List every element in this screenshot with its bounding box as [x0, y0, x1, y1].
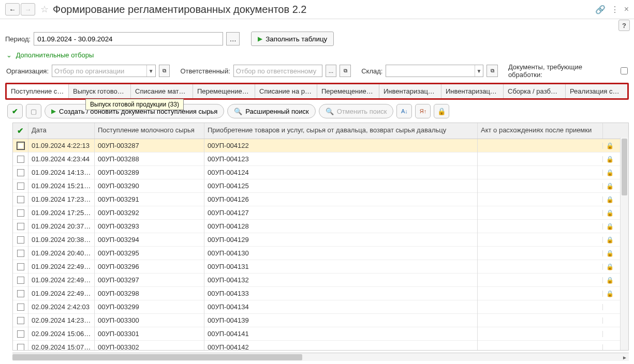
favorite-icon[interactable]: ☆	[40, 4, 49, 15]
cell-lock: 🔒	[603, 139, 616, 153]
table-row[interactable]: 01.09.2024 17:25:0300УП-00329200УП-00412…	[13, 206, 628, 220]
period-picker-button[interactable]: …	[226, 32, 240, 46]
cell-doc3	[478, 196, 603, 203]
cell-doc3	[478, 170, 603, 176]
table-row[interactable]: 01.09.2024 4:22:1300УП-00328700УП-004122…	[13, 139, 628, 153]
table-row[interactable]: 01.09.2024 22:49:2200УП-00329600УП-00413…	[13, 260, 628, 274]
lock-button[interactable]: 🔒	[434, 104, 449, 118]
row-checkbox[interactable]	[13, 287, 28, 300]
table-row[interactable]: 01.09.2024 22:49:2300УП-00329700УП-00413…	[13, 274, 628, 287]
lock-icon: 🔒	[606, 290, 614, 297]
vertical-scrollbar[interactable]	[620, 138, 628, 350]
col-date[interactable]: Дата	[28, 123, 95, 139]
tab-inventory-2[interactable]: Инвентаризаци…	[441, 84, 504, 98]
tab-writeoff-mat[interactable]: Списание мате…	[131, 84, 193, 98]
tab-move-2[interactable]: Перемещение т…	[317, 84, 379, 98]
cancel-search-label: Отменить поиск	[337, 108, 387, 115]
horizontal-scrollbar[interactable]: ◄ ►	[12, 353, 629, 361]
extra-filters-toggle[interactable]: ⌄ Дополнительные отборы	[0, 49, 634, 61]
forward-button[interactable]: →	[21, 3, 35, 16]
row-checkbox[interactable]	[13, 206, 28, 220]
sort-az-button[interactable]: А↓	[396, 104, 412, 118]
tab-move-1[interactable]: Перемещение …	[193, 84, 255, 98]
scroll-thumb[interactable]	[12, 354, 302, 360]
row-checkbox[interactable]	[13, 193, 28, 206]
row-checkbox[interactable]	[13, 274, 28, 287]
cell-date: 02.09.2024 14:23:27	[28, 313, 95, 327]
table-row[interactable]: 01.09.2024 20:38:0200УП-00329400УП-00412…	[13, 233, 628, 247]
tab-writeoff-ra[interactable]: Списание на ра…	[255, 84, 317, 98]
tab-incoming[interactable]: Поступление с…	[7, 84, 69, 98]
close-icon[interactable]: ×	[624, 5, 629, 14]
cell-doc3	[478, 156, 603, 162]
table-row[interactable]: 02.09.2024 15:06:2900УП-00330100УП-00414…	[13, 327, 628, 341]
select-all-button[interactable]: ✔	[7, 104, 23, 118]
deselect-all-button[interactable]: ▢	[26, 104, 41, 118]
check-icon: ✔	[17, 126, 24, 135]
row-checkbox[interactable]	[13, 153, 28, 166]
col-doc1[interactable]: Поступление молочного сырья	[95, 123, 204, 139]
advanced-search-button[interactable]: 🔍 Расширенный поиск	[227, 104, 315, 118]
chevron-down-icon[interactable]: ▼	[475, 65, 483, 77]
row-checkbox[interactable]	[13, 166, 28, 179]
tab-inventory-1[interactable]: Инвентаризаци…	[379, 84, 441, 98]
tab-realization[interactable]: Реализация сы…	[566, 84, 627, 98]
cell-doc2: 00УП-004124	[204, 165, 478, 179]
cell-doc2: 00УП-004131	[204, 260, 478, 274]
table-row[interactable]: 01.09.2024 20:37:0800УП-00329300УП-00412…	[13, 220, 628, 233]
back-button[interactable]: ←	[5, 3, 20, 16]
cell-lock: 🔒	[603, 220, 616, 233]
row-checkbox[interactable]	[13, 139, 28, 153]
org-combo[interactable]: ▼	[52, 65, 156, 77]
table-row[interactable]: 02.09.2024 2:42:0300УП-00329900УП-004134	[13, 300, 628, 314]
cell-date: 01.09.2024 17:25:03	[28, 206, 95, 220]
col-check[interactable]: ✔	[13, 123, 28, 139]
help-button[interactable]: ?	[618, 20, 630, 31]
row-checkbox[interactable]	[13, 341, 28, 351]
cancel-search-button[interactable]: 🔍 Отменить поиск	[319, 104, 394, 118]
table-row[interactable]: 01.09.2024 22:49:2400УП-00329800УП-00413…	[13, 287, 628, 300]
row-checkbox[interactable]	[13, 247, 28, 260]
table-row[interactable]: 01.09.2024 20:40:0800УП-00329500УП-00413…	[13, 247, 628, 260]
row-checkbox[interactable]	[13, 179, 28, 193]
row-checkbox[interactable]	[13, 327, 28, 341]
resp-combo[interactable]	[233, 65, 322, 77]
col-doc2[interactable]: Приобретение товаров и услуг, сырья от д…	[204, 123, 478, 139]
link-icon[interactable]: 🔗	[595, 5, 606, 14]
fill-table-button[interactable]: ▶ Заполнить таблицу	[251, 32, 334, 46]
table-row[interactable]: 01.09.2024 17:23:3400УП-00329100УП-00412…	[13, 193, 628, 206]
tab-assembly[interactable]: Сборка / разбо…	[504, 84, 566, 98]
scroll-right-icon[interactable]: ►	[621, 353, 629, 361]
row-checkbox[interactable]	[13, 260, 28, 274]
table-row[interactable]: 02.09.2024 14:23:2700УП-00330000УП-00413…	[13, 314, 628, 327]
row-checkbox[interactable]	[13, 220, 28, 233]
docs-need-checkbox[interactable]	[621, 67, 628, 74]
row-checkbox[interactable]	[13, 314, 28, 327]
resp-open-button[interactable]: ⧉	[340, 65, 351, 77]
sklad-open-button[interactable]: ⧉	[486, 65, 498, 77]
table-row[interactable]: 01.09.2024 14:13:0000УП-00328900УП-00412…	[13, 166, 628, 179]
row-checkbox[interactable]	[13, 233, 28, 247]
tab-output[interactable]: Выпуск готовой…	[69, 84, 131, 98]
period-row: Период: … ▶ Заполнить таблицу	[0, 28, 634, 49]
resp-input[interactable]	[234, 65, 322, 77]
chevron-down-icon[interactable]: ▼	[146, 65, 155, 77]
col-doc3[interactable]: Акт о расхождениях после приемки	[478, 123, 603, 139]
table-row[interactable]: 01.09.2024 4:23:4400УП-00328800УП-004123…	[13, 153, 628, 166]
sort-za-button[interactable]: Я↑	[415, 104, 431, 118]
table-row[interactable]: 01.09.2024 15:21:4800УП-00329000УП-00412…	[13, 179, 628, 193]
cell-lock	[603, 304, 616, 310]
resp-picker-button[interactable]: …	[326, 65, 337, 77]
table-row[interactable]: 02.09.2024 15:07:4100УП-00330200УП-00414…	[13, 341, 628, 350]
period-input[interactable]	[34, 32, 223, 46]
play-icon: ▶	[258, 35, 262, 42]
cell-doc1: 00УП-003301	[95, 327, 204, 341]
org-input[interactable]	[52, 65, 146, 77]
cell-lock: 🔒	[603, 233, 616, 247]
row-checkbox[interactable]	[13, 300, 28, 314]
sklad-combo[interactable]: ▼	[386, 65, 483, 77]
org-open-button[interactable]: ⧉	[159, 65, 170, 77]
kebab-icon[interactable]: ⋮	[611, 5, 619, 14]
cell-date: 01.09.2024 20:37:08	[28, 219, 95, 233]
sklad-input[interactable]	[386, 65, 474, 77]
